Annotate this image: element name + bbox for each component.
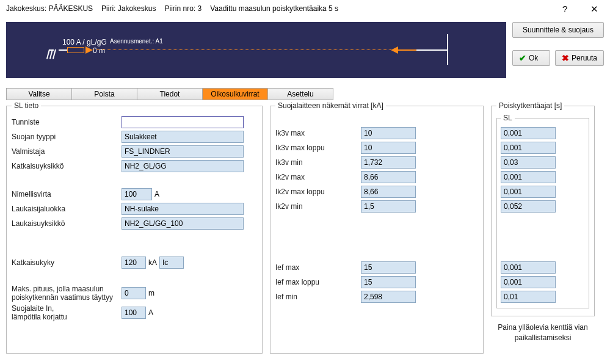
nimellisvirta-input[interactable]: 100: [122, 188, 152, 200]
close-icon[interactable]: ✕: [590, 4, 600, 13]
katkaisukyky-label: Katkaisukyky: [12, 258, 122, 267]
ik3vmax-input[interactable]: 10: [361, 127, 416, 139]
tab-valitse[interactable]: Valitse: [6, 88, 72, 100]
tunniste-input[interactable]: [122, 116, 244, 128]
ajat-group: Poiskytkentäajat [s] SL 0,001 0,001 0,03…: [491, 101, 595, 316]
suojalaite-label: Suojalaite In,lämpötila korjattu: [12, 304, 122, 321]
tab-tiedot[interactable]: Tiedot: [137, 88, 203, 100]
katkaisuyksikko-label: Katkaisuyksikkö: [12, 162, 122, 170]
ajat-input-1[interactable]: 0,001: [501, 142, 556, 154]
makspituus-input[interactable]: 0: [122, 287, 146, 299]
ajat-input-2[interactable]: 0,03: [501, 156, 556, 169]
iefmax-label: Ief max: [275, 263, 361, 272]
iefmax-input[interactable]: 15: [361, 261, 416, 274]
ik2vmaxloppu-input[interactable]: 8,66: [361, 186, 416, 198]
virrat-legend: Suojalaitteen näkemät virrat [kA]: [275, 101, 386, 110]
tab-oikosulkuvirrat[interactable]: Oikosulkuvirrat: [202, 88, 268, 100]
ok-button[interactable]: ✔Ok: [512, 50, 550, 66]
cancel-button[interactable]: ✖Peruuta: [555, 50, 604, 66]
cross-icon: ✖: [562, 53, 569, 63]
iefmaxloppu-input[interactable]: 15: [361, 276, 416, 288]
ik3vmin-input[interactable]: 1,732: [361, 156, 416, 169]
ik2vmax-label: Ik2v max: [275, 173, 361, 181]
laukaisuluokka-label: Laukaisijaluokka: [12, 205, 122, 213]
tunniste-label: Tunniste: [12, 118, 122, 126]
virrat-group: Suojalaitteen näkemät virrat [kA] Ik3v m…: [270, 101, 484, 354]
suojantyyppi-label: Suojan tyyppi: [12, 133, 122, 141]
ajat-input-5[interactable]: 0,052: [501, 200, 556, 213]
ajat-input-3[interactable]: 0,001: [501, 171, 556, 183]
iefmin-label: Ief min: [275, 293, 361, 301]
ik3vmax-label: Ik3v max: [275, 129, 361, 137]
help-icon[interactable]: ?: [562, 4, 572, 13]
ik2vmaxloppu-label: Ik2v max loppu: [275, 187, 361, 196]
ik3vmaxloppu-label: Ik3v max loppu: [275, 144, 361, 152]
suojantyyppi-input[interactable]: Sulakkeet: [122, 131, 244, 143]
ajat-input-0[interactable]: 0,001: [501, 127, 556, 139]
makspituus-label: Maks. pituus, jolla maasulunpoiskytkennä…: [12, 285, 122, 302]
ik2vmin-label: Ik2v min: [275, 202, 361, 211]
suojalaite-input[interactable]: 100: [122, 307, 146, 319]
ajat2-input-0[interactable]: 0,001: [501, 261, 556, 274]
iefmin-input[interactable]: 2,598: [361, 291, 416, 303]
katkaisukyky-input[interactable]: 120: [122, 257, 146, 269]
suunnittele-suojaus-button[interactable]: Suunnittele & suojaus: [512, 22, 604, 38]
ik3vmaxloppu-input[interactable]: 10: [361, 142, 416, 154]
nimellisvirta-label: Nimellisvirta: [12, 190, 122, 198]
ik3vmin-label: Ik3v min: [275, 158, 361, 167]
ik2vmax-input[interactable]: 8,66: [361, 171, 416, 183]
check-icon: ✔: [519, 53, 526, 63]
laukaisuyksikko-label: Laukaisuyksikkö: [12, 219, 122, 228]
hint-text: Paina ylläolevia kenttiä vianpaikallista…: [491, 322, 595, 343]
sl-tieto-group: SL tieto Tunniste Suojan tyyppiSulakkeet…: [6, 101, 263, 354]
tab-poista[interactable]: Poista: [71, 88, 137, 100]
ajat-input-4[interactable]: 0,001: [501, 186, 556, 198]
circuit-diagram: 100 A / gL/gG0 m Asennusmenet.: A1: [6, 22, 506, 78]
tab-asettelu[interactable]: Asettelu: [267, 88, 333, 100]
katkaisuyksikko-input[interactable]: NH2_GL/GG: [122, 160, 244, 172]
ajat-legend: Poiskytkentäajat [s]: [496, 101, 564, 110]
katkaisukyky-type-input[interactable]: Ic: [159, 257, 184, 269]
ajat2-input-1[interactable]: 0,001: [501, 276, 556, 288]
sl-subgroup-legend: SL: [501, 114, 515, 122]
iefmaxloppu-label: Ief max loppu: [275, 278, 361, 286]
valmistaja-input[interactable]: FS_LINDNER: [122, 145, 244, 158]
valmistaja-label: Valmistaja: [12, 147, 122, 156]
titlebar-text: Jakokeskus: PÄÄKESKUS Piiri: Jakokeskus …: [6, 4, 338, 13]
sl-tieto-legend: SL tieto: [12, 101, 41, 110]
laukaisuluokka-input[interactable]: NH-sulake: [122, 203, 244, 215]
ik2vmin-input[interactable]: 1,5: [361, 200, 416, 213]
laukaisuyksikko-input[interactable]: NH2_GL/GG_100: [122, 217, 244, 230]
ajat2-input-2[interactable]: 0,01: [501, 291, 556, 303]
sl-subgroup: SL 0,001 0,001 0,03 0,001 0,001 0,052 0,…: [496, 114, 589, 308]
